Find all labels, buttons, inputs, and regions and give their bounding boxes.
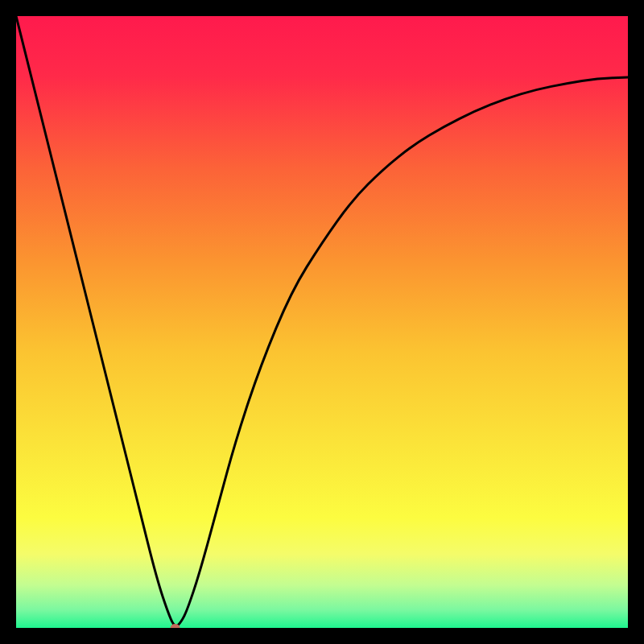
chart-frame: TheBottlenecker.com <box>16 16 628 628</box>
chart-svg <box>16 16 628 628</box>
gradient-background <box>16 16 628 628</box>
